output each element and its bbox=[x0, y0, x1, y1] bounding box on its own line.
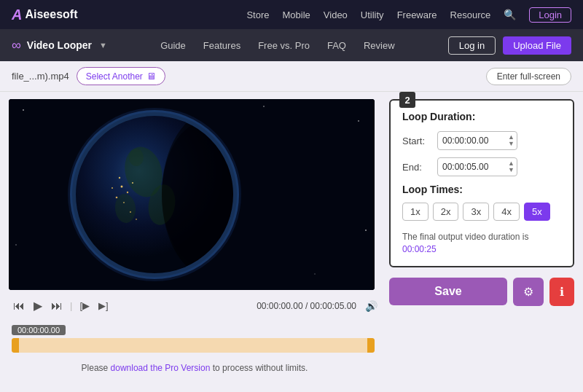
svg-point-6 bbox=[365, 230, 367, 231]
video-player bbox=[9, 99, 375, 290]
nav-video[interactable]: Video bbox=[324, 9, 348, 20]
svg-point-17 bbox=[132, 182, 133, 184]
timeline-timecode: 00:00:00.00 bbox=[12, 325, 66, 335]
main-content: ⏮ ▶ ⏭ | [▶ ▶] 00:00:00.00 / 00:00:05.00 … bbox=[0, 92, 583, 392]
search-icon[interactable]: 🔍 bbox=[504, 9, 516, 20]
skip-back-button[interactable]: ⏮ bbox=[12, 298, 26, 314]
start-label: Start: bbox=[402, 136, 431, 146]
nav-store[interactable]: Store bbox=[246, 9, 269, 20]
loop-2x-button[interactable]: 2x bbox=[433, 203, 459, 221]
svg-point-22 bbox=[119, 177, 120, 179]
start-time-spinners: ▲ ▼ bbox=[508, 134, 514, 147]
timeline-section: 00:00:00.00 bbox=[9, 321, 380, 356]
nav-utility[interactable]: Utility bbox=[361, 9, 384, 20]
pro-notice-pre: Please bbox=[82, 363, 111, 373]
start-time-field[interactable] bbox=[442, 136, 508, 146]
output-duration: The final output video duration is 00:00… bbox=[402, 231, 561, 256]
svg-point-21 bbox=[130, 211, 131, 213]
time-current: 00:00:00.00 bbox=[257, 301, 302, 311]
output-duration-value: 00:00:25 bbox=[402, 244, 437, 254]
separator: | bbox=[70, 300, 72, 311]
svg-point-4 bbox=[263, 106, 265, 107]
play-button[interactable]: ▶ bbox=[32, 297, 44, 314]
svg-point-23 bbox=[136, 219, 137, 220]
select-another-button[interactable]: Select Another 🖥 bbox=[77, 67, 165, 85]
top-nav-links: Store Mobile Video Utility Freeware Reso… bbox=[246, 7, 571, 23]
loop-3x-button[interactable]: 3x bbox=[463, 203, 489, 221]
login-button[interactable]: Login bbox=[529, 7, 571, 23]
loop-icon: ∞ bbox=[12, 38, 21, 53]
svg-point-7 bbox=[314, 273, 315, 274]
end-time-field[interactable] bbox=[442, 162, 508, 172]
loop-end-button[interactable]: ▶] bbox=[97, 299, 110, 313]
video-frame bbox=[9, 99, 375, 290]
pro-version-link[interactable]: download the Pro Version bbox=[111, 363, 211, 373]
svg-point-5 bbox=[15, 244, 17, 246]
save-section: Save ⚙ ℹ bbox=[389, 278, 574, 306]
timeline-bar-wrap[interactable] bbox=[12, 338, 377, 354]
loop-1x-button[interactable]: 1x bbox=[402, 203, 429, 221]
loop-panel: 2 Loop Duration: Start: ▲ ▼ End: ▲ bbox=[389, 99, 574, 385]
svg-point-15 bbox=[121, 186, 123, 188]
end-label: End: bbox=[402, 162, 431, 173]
loop-4x-button[interactable]: 4x bbox=[493, 203, 520, 221]
nav-resource[interactable]: Resource bbox=[450, 9, 491, 20]
login-button-2[interactable]: Log in bbox=[448, 36, 496, 55]
video-controls: ⏮ ▶ ⏭ | [▶ ▶] 00:00:00.00 / 00:00:05.00 … bbox=[9, 294, 380, 317]
video-section: ⏮ ▶ ⏭ | [▶ ▶] 00:00:00.00 / 00:00:05.00 … bbox=[9, 99, 380, 385]
step-number: 2 bbox=[399, 92, 415, 108]
loop-5x-button[interactable]: 5x bbox=[524, 203, 550, 221]
svg-point-3 bbox=[358, 120, 359, 122]
chevron-down-icon: ▼ bbox=[99, 41, 107, 50]
end-row: End: ▲ ▼ bbox=[402, 157, 561, 176]
timeline-bar[interactable] bbox=[12, 338, 375, 353]
logo-a: A bbox=[12, 7, 22, 23]
end-time-down[interactable]: ▼ bbox=[508, 167, 514, 173]
volume-button[interactable]: 🔊 bbox=[365, 300, 377, 312]
nav-guide[interactable]: Guide bbox=[160, 40, 186, 51]
timeline-handle-right[interactable] bbox=[367, 338, 375, 353]
nav-review[interactable]: Review bbox=[364, 40, 395, 51]
fullscreen-button[interactable]: Enter full-screen bbox=[486, 68, 571, 85]
select-another-label: Select Another bbox=[86, 71, 143, 82]
start-time-input[interactable]: ▲ ▼ bbox=[437, 131, 517, 150]
sec-nav-left: ∞ Video Looper ▼ bbox=[12, 38, 107, 53]
logo-text: Aiseesoft bbox=[25, 8, 77, 21]
tool-bar: file_...m).mp4 Select Another 🖥 Enter fu… bbox=[0, 61, 583, 92]
svg-point-19 bbox=[123, 202, 125, 203]
start-time-down[interactable]: ▼ bbox=[508, 141, 514, 147]
end-time-input[interactable]: ▲ ▼ bbox=[437, 157, 517, 176]
tool-bar-left: file_...m).mp4 Select Another 🖥 bbox=[12, 67, 165, 85]
sec-nav-right: Log in Upload File bbox=[448, 36, 571, 55]
time-total: 00:00:05.00 bbox=[310, 301, 356, 311]
upload-file-button[interactable]: Upload File bbox=[503, 36, 571, 55]
monitor-icon: 🖥 bbox=[146, 71, 156, 82]
pro-notice: Please download the Pro Version to proce… bbox=[9, 363, 380, 373]
nav-faq[interactable]: FAQ bbox=[327, 40, 346, 51]
secondary-nav: ∞ Video Looper ▼ Guide Features Free vs.… bbox=[0, 29, 583, 61]
start-row: Start: ▲ ▼ bbox=[402, 131, 561, 150]
settings-icon-button[interactable]: ⚙ bbox=[513, 278, 544, 306]
skip-forward-button[interactable]: ⏭ bbox=[50, 298, 64, 314]
loop-times-title: Loop Times: bbox=[402, 184, 561, 195]
pro-notice-post: to process without limits. bbox=[213, 363, 308, 373]
logo: A Aiseesoft bbox=[12, 7, 77, 23]
sec-nav-links: Guide Features Free vs. Pro FAQ Review bbox=[160, 40, 394, 51]
time-separator: / bbox=[305, 301, 308, 311]
tool-title: Video Looper bbox=[27, 39, 92, 51]
output-duration-prefix: The final output video duration is bbox=[402, 232, 528, 242]
nav-free-vs-pro[interactable]: Free vs. Pro bbox=[258, 40, 310, 51]
loop-start-button[interactable]: [▶ bbox=[78, 299, 91, 313]
time-display: 00:00:00.00 / 00:00:05.00 bbox=[257, 301, 356, 311]
save-button[interactable]: Save bbox=[389, 278, 507, 305]
top-nav: A Aiseesoft Store Mobile Video Utility F… bbox=[0, 0, 583, 29]
svg-point-2 bbox=[23, 109, 24, 111]
timeline-handle-left[interactable] bbox=[12, 338, 19, 353]
nav-mobile[interactable]: Mobile bbox=[283, 9, 310, 20]
loop-times-buttons: 1x 2x 3x 4x 5x bbox=[402, 203, 561, 221]
nav-freeware[interactable]: Freeware bbox=[397, 9, 437, 20]
info-icon-button[interactable]: ℹ bbox=[549, 278, 574, 306]
svg-point-14 bbox=[129, 149, 144, 166]
svg-point-20 bbox=[111, 187, 113, 189]
nav-features[interactable]: Features bbox=[203, 40, 240, 51]
